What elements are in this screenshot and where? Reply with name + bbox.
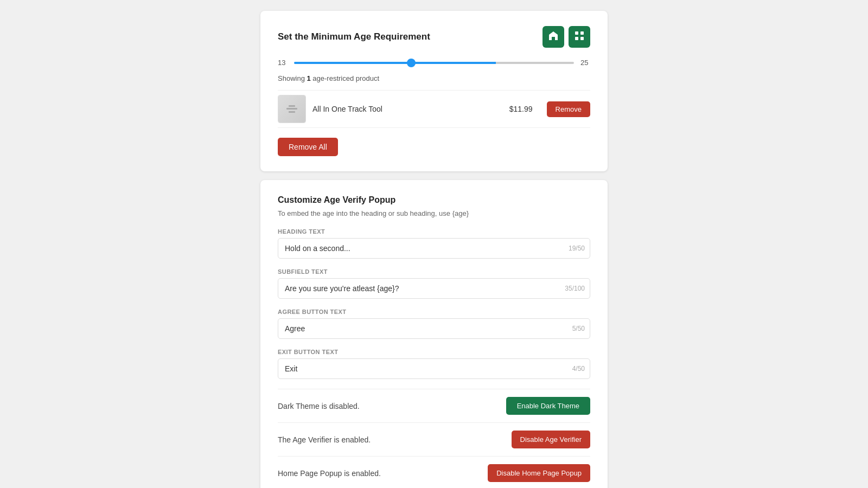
- agree-button-text-input[interactable]: [278, 318, 590, 339]
- slider-min-label: 13: [278, 59, 288, 67]
- exit-button-text-group: EXIT BUTTON TEXT 4/50: [278, 349, 590, 379]
- slider-max-label: 25: [580, 59, 590, 67]
- enable-dark-theme-button[interactable]: Enable Dark Theme: [506, 397, 590, 415]
- svg-rect-4: [286, 108, 297, 110]
- agree-button-text-group: AGREE BUTTON TEXT 5/50: [278, 309, 590, 339]
- agree-button-text-count: 5/50: [572, 325, 585, 332]
- grid-icon-button[interactable]: [569, 26, 590, 48]
- heading-text-label: HEADING TEXT: [278, 228, 590, 235]
- home-popup-row: Home Page Popup is enabled. Disable Home…: [278, 456, 590, 488]
- card1-header: Set the Minimum Age Requirement: [278, 26, 590, 48]
- heading-text-wrapper: 19/50: [278, 238, 590, 259]
- disable-home-popup-button[interactable]: Disable Home Page Popup: [488, 464, 590, 482]
- remove-all-button[interactable]: Remove All: [278, 138, 338, 156]
- home-popup-status: Home Page Popup is enabled.: [278, 469, 381, 478]
- header-icon-group: [542, 26, 590, 48]
- agree-button-text-label: AGREE BUTTON TEXT: [278, 309, 590, 315]
- svg-rect-5: [289, 105, 295, 107]
- age-verifier-row: The Age Verifier is enabled. Disable Age…: [278, 422, 590, 456]
- card1-title: Set the Minimum Age Requirement: [278, 31, 430, 42]
- age-verifier-status: The Age Verifier is enabled.: [278, 435, 371, 444]
- subfield-text-count: 35/100: [565, 285, 585, 292]
- product-image: [278, 95, 305, 123]
- subfield-text-input[interactable]: [278, 278, 590, 299]
- heading-text-count: 19/50: [569, 245, 585, 252]
- svg-rect-2: [575, 37, 578, 40]
- product-thumbnail: [278, 95, 306, 123]
- svg-rect-0: [575, 31, 578, 35]
- heading-text-group: HEADING TEXT 19/50: [278, 228, 590, 259]
- dark-theme-row: Dark Theme is disabled. Enable Dark Them…: [278, 389, 590, 422]
- age-slider-row: 13 25: [278, 59, 590, 67]
- grid-icon: [574, 30, 585, 44]
- home-icon: [548, 30, 559, 44]
- product-row: All In One Track Tool $11.99 Remove: [278, 90, 590, 128]
- exit-button-text-wrapper: 4/50: [278, 358, 590, 379]
- minimum-age-card: Set the Minimum Age Requirement: [260, 11, 608, 171]
- showing-count: 1: [307, 74, 310, 82]
- home-icon-button[interactable]: [542, 26, 564, 48]
- exit-button-text-input[interactable]: [278, 358, 590, 379]
- agree-button-text-wrapper: 5/50: [278, 318, 590, 339]
- remove-product-button[interactable]: Remove: [547, 101, 590, 117]
- product-name: All In One Track Tool: [312, 105, 503, 113]
- subfield-text-wrapper: 35/100: [278, 278, 590, 299]
- subfield-text-label: SUBFIELD TEXT: [278, 268, 590, 275]
- card2-title: Customize Age Verify Popup: [278, 195, 590, 205]
- dark-theme-status: Dark Theme is disabled.: [278, 402, 360, 410]
- svg-rect-1: [580, 31, 584, 35]
- customize-popup-card: Customize Age Verify Popup To embed the …: [260, 180, 608, 488]
- svg-rect-6: [289, 111, 295, 113]
- card2-hint: To embed the age into the heading or sub…: [278, 209, 590, 217]
- product-price: $11.99: [509, 105, 533, 113]
- disable-age-verifier-button[interactable]: Disable Age Verifier: [512, 431, 590, 448]
- exit-button-text-label: EXIT BUTTON TEXT: [278, 349, 590, 355]
- showing-suffix: age-restriced product: [311, 74, 379, 82]
- svg-rect-3: [580, 37, 584, 40]
- subfield-text-group: SUBFIELD TEXT 35/100: [278, 268, 590, 299]
- showing-prefix: Showing: [278, 74, 307, 82]
- age-slider[interactable]: [294, 62, 574, 64]
- exit-button-text-count: 4/50: [572, 365, 585, 373]
- heading-text-input[interactable]: [278, 238, 590, 259]
- showing-text: Showing 1 age-restriced product: [278, 74, 590, 82]
